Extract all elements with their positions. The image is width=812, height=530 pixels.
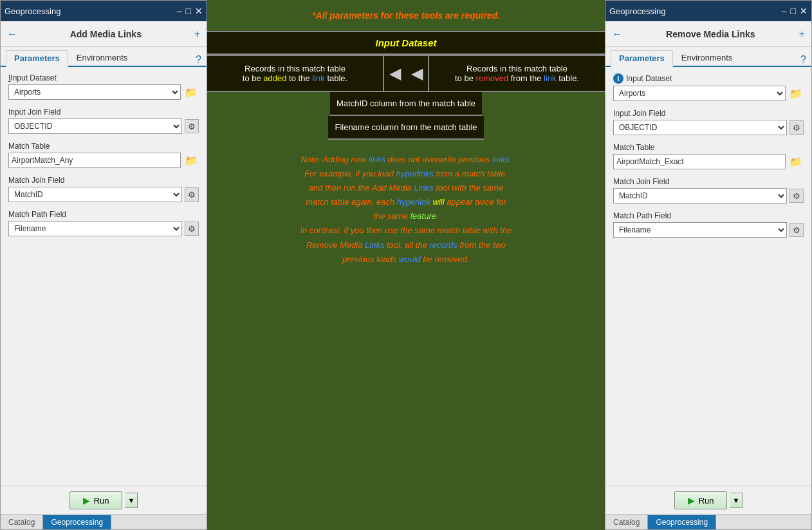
right-panel-header-title: Geoprocessing bbox=[609, 6, 665, 16]
left-run-button[interactable]: ▶ Run bbox=[69, 491, 123, 509]
right-input-join-field-select[interactable]: OBJECTID bbox=[613, 120, 787, 135]
right-match-table-label: Match Table bbox=[613, 143, 804, 152]
left-input-dataset-folder-button[interactable]: 📁 bbox=[183, 86, 199, 99]
left-input-dataset-select[interactable]: Airports bbox=[8, 84, 181, 100]
diagram-matchid-label: MatchID column from the match table bbox=[337, 99, 475, 108]
right-run-label: Run bbox=[699, 496, 714, 506]
right-run-button[interactable]: ▶ Run bbox=[674, 491, 728, 509]
diagram-link-text-left: link bbox=[312, 73, 325, 83]
diagram-filename-label: Filename column from the match table bbox=[335, 122, 477, 132]
left-panel: Geoprocessing – □ ✕ ← Add Media Links + … bbox=[0, 0, 207, 530]
left-panel-tabs: Parameters Environments ? bbox=[1, 50, 207, 67]
diagram-filename-row: Filename column from the match table bbox=[328, 116, 483, 140]
left-tab-parameters[interactable]: Parameters bbox=[6, 50, 68, 67]
left-back-button[interactable]: ← bbox=[6, 27, 19, 41]
right-match-join-field-group: Match Join Field MatchID ⚙ bbox=[613, 177, 804, 203]
right-match-path-field-select[interactable]: Filename bbox=[613, 222, 787, 238]
right-maximize-icon[interactable]: □ bbox=[791, 6, 796, 16]
left-match-join-field-settings-button[interactable]: ⚙ bbox=[185, 187, 199, 202]
right-input-join-field-label: Input Join Field bbox=[613, 109, 804, 118]
right-catalog-tab[interactable]: Catalog bbox=[605, 515, 648, 529]
left-match-table-input[interactable] bbox=[8, 153, 181, 168]
left-match-path-field-label: Match Path Field bbox=[8, 210, 199, 219]
diagram-left-desc-line1: Records in this match table bbox=[217, 64, 373, 73]
right-panel: Geoprocessing – □ ✕ ← Remove Media Links… bbox=[605, 0, 812, 530]
left-match-table-label: Match Table bbox=[8, 142, 199, 151]
note-line4: match table again, each hyperlink will a… bbox=[300, 195, 512, 209]
right-bottom-tabs: Catalog Geoprocessing bbox=[605, 515, 811, 529]
left-bottom-tabs: Catalog Geoprocessing bbox=[1, 515, 207, 529]
right-panel-toolbar: ← Remove Media Links + bbox=[605, 21, 811, 47]
right-tab-help[interactable]: ? bbox=[800, 54, 806, 66]
left-match-path-field-settings-button[interactable]: ⚙ bbox=[185, 222, 199, 236]
left-match-path-field-select[interactable]: Filename bbox=[8, 221, 182, 236]
right-panel-header: Geoprocessing – □ ✕ bbox=[605, 1, 811, 21]
left-input-join-field-settings-button[interactable]: ⚙ bbox=[185, 119, 199, 133]
left-input-dataset-label: IInput Dataset bbox=[8, 73, 199, 82]
center-top-note: *All parameters for these tools are requ… bbox=[302, 0, 510, 31]
right-match-join-field-settings-button[interactable]: ⚙ bbox=[789, 189, 804, 203]
diagram-input-dataset-box: Input Dataset bbox=[207, 31, 605, 55]
diagram-added-text: added bbox=[263, 73, 286, 83]
right-close-icon[interactable]: ✕ bbox=[800, 6, 807, 16]
left-run-label: Run bbox=[94, 496, 109, 506]
left-match-table-row: 📁 bbox=[8, 153, 199, 168]
left-input-dataset-group: IInput Dataset Airports 📁 bbox=[8, 73, 199, 100]
note-line1: Note: Adding new links does not overwrit… bbox=[300, 153, 512, 167]
right-match-table-input[interactable] bbox=[613, 154, 786, 169]
left-match-join-field-select[interactable]: MatchID bbox=[8, 187, 182, 202]
left-catalog-tab[interactable]: Catalog bbox=[1, 515, 43, 529]
left-geoprocessing-tab[interactable]: Geoprocessing bbox=[43, 515, 111, 529]
left-match-path-field-group: Match Path Field Filename ⚙ bbox=[8, 210, 199, 236]
left-run-dropdown-button[interactable]: ▼ bbox=[125, 493, 138, 508]
diagram-right-arrow: ◀ bbox=[406, 64, 428, 82]
left-maximize-icon[interactable]: □ bbox=[186, 6, 191, 16]
left-add-button[interactable]: + bbox=[193, 27, 201, 41]
right-match-table-row: 📁 bbox=[613, 154, 804, 169]
diagram-right-desc-line1: Records in this match table bbox=[439, 64, 595, 73]
right-match-path-field-settings-button[interactable]: ⚙ bbox=[789, 223, 804, 237]
left-play-icon: ▶ bbox=[83, 495, 90, 506]
center-bottom-notes: Note: Adding new links does not overwrit… bbox=[281, 140, 531, 279]
right-input-join-field-row: OBJECTID ⚙ bbox=[613, 120, 804, 135]
note-line5: the same feature. bbox=[300, 209, 512, 223]
right-panel-footer: ▶ Run ▼ bbox=[605, 486, 811, 515]
left-close-icon[interactable]: ✕ bbox=[195, 6, 203, 16]
right-input-dataset-group: iInput Dataset Airports 📁 bbox=[613, 73, 804, 101]
right-tab-environments[interactable]: Environments bbox=[673, 50, 741, 66]
left-input-dataset-row: Airports 📁 bbox=[8, 84, 199, 100]
right-play-icon: ▶ bbox=[688, 495, 695, 506]
left-panel-header-title: Geoprocessing bbox=[5, 6, 60, 16]
diagram-left-desc-line2: to be added to the link table. bbox=[217, 73, 373, 83]
right-input-dataset-folder-button[interactable]: 📁 bbox=[788, 88, 804, 100]
right-input-join-field-settings-button[interactable]: ⚙ bbox=[789, 120, 804, 135]
right-input-join-field-group: Input Join Field OBJECTID ⚙ bbox=[613, 109, 804, 135]
left-input-join-field-row: OBJECTID ⚙ bbox=[8, 118, 199, 134]
right-match-join-field-select[interactable]: MatchID bbox=[613, 188, 787, 203]
center-area: *All parameters for these tools are requ… bbox=[207, 0, 605, 530]
diagram-removed-text: removed bbox=[476, 73, 509, 83]
right-minimize-icon[interactable]: – bbox=[782, 6, 787, 16]
left-match-join-field-group: Match Join Field MatchID ⚙ bbox=[8, 176, 199, 202]
right-panel-tabs: Parameters Environments ? bbox=[605, 50, 811, 67]
right-geoprocessing-tab[interactable]: Geoprocessing bbox=[648, 515, 716, 529]
left-tab-help[interactable]: ? bbox=[196, 54, 201, 66]
right-input-dataset-label: iInput Dataset bbox=[613, 73, 804, 84]
left-tab-environments[interactable]: Environments bbox=[68, 50, 136, 66]
right-input-dataset-select[interactable]: Airports bbox=[613, 86, 786, 101]
diagram-left-desc: Records in this match table to be added … bbox=[207, 56, 384, 91]
left-input-join-field-select[interactable]: OBJECTID bbox=[8, 118, 182, 134]
left-match-table-folder-button[interactable]: 📁 bbox=[183, 155, 199, 167]
left-minimize-icon[interactable]: – bbox=[177, 6, 182, 16]
right-run-dropdown-button[interactable]: ▼ bbox=[730, 493, 743, 508]
diagram-left-arrow: ◀ bbox=[384, 64, 406, 82]
right-input-dataset-row: Airports 📁 bbox=[613, 86, 804, 101]
left-match-table-group: Match Table 📁 bbox=[8, 142, 199, 168]
diagram-right-desc: Records in this match table to be remove… bbox=[428, 56, 605, 91]
right-back-button[interactable]: ← bbox=[611, 27, 623, 41]
left-match-join-field-label: Match Join Field bbox=[8, 176, 199, 185]
right-add-button[interactable]: + bbox=[798, 27, 806, 41]
right-match-table-folder-button[interactable]: 📁 bbox=[788, 156, 804, 168]
left-panel-footer: ▶ Run ▼ bbox=[1, 486, 207, 515]
right-tab-parameters[interactable]: Parameters bbox=[611, 50, 673, 67]
